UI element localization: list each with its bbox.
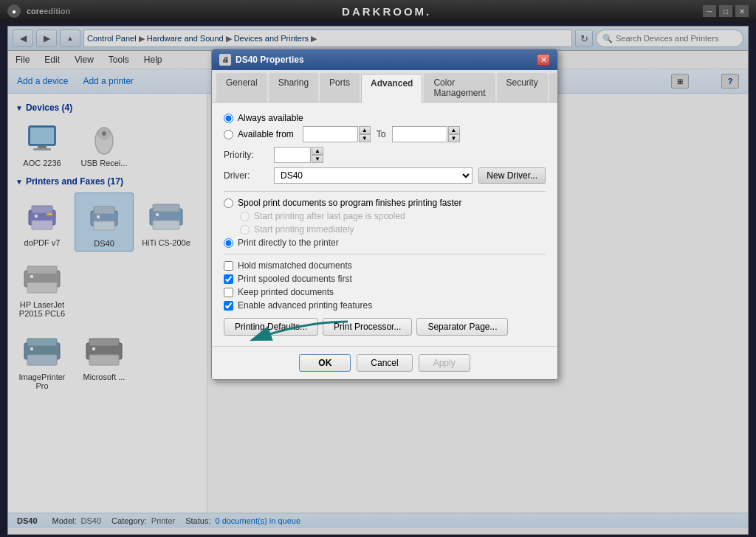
- dialog-overlay: 🖨 DS40 Properties ✕ General Sharing Port…: [8, 27, 748, 534]
- app-name-left: core: [27, 7, 44, 15]
- print-processor-button[interactable]: Print Processor...: [323, 318, 412, 336]
- to-label: To: [377, 129, 386, 139]
- tab-advanced[interactable]: Advanced: [361, 74, 422, 103]
- ok-button[interactable]: OK: [299, 354, 351, 372]
- dialog-title-icon: 🖨: [219, 54, 231, 66]
- after-last-label: Start printing after last page is spoole…: [254, 211, 405, 221]
- printing-defaults-button[interactable]: Printing Defaults...: [224, 318, 318, 336]
- immediately-radio[interactable]: [240, 225, 250, 235]
- after-last-row: Start printing after last page is spoole…: [240, 211, 546, 221]
- new-driver-button[interactable]: New Driver...: [478, 167, 546, 184]
- enable-advanced-checkbox[interactable]: [224, 301, 233, 311]
- app-title: DARKROOM.: [70, 5, 703, 18]
- tab-security[interactable]: Security: [497, 73, 548, 102]
- print-spooled-checkbox[interactable]: [224, 274, 233, 284]
- availability-group: Always available Available from 12:00 AM…: [224, 113, 546, 142]
- dialog-titlebar: 🖨 DS40 Properties ✕: [212, 49, 557, 70]
- enable-advanced-label: Enable advanced printing features: [238, 300, 372, 311]
- titlebar-controls: ─ □ ✕: [703, 5, 749, 17]
- close-button[interactable]: ✕: [735, 5, 749, 17]
- priority-down[interactable]: ▼: [312, 155, 323, 163]
- time-to-spinner: ▲ ▼: [448, 126, 460, 142]
- dialog-close-button[interactable]: ✕: [537, 54, 550, 66]
- time-from-input[interactable]: 12:00 AM: [303, 126, 358, 142]
- apply-button[interactable]: Apply: [419, 354, 470, 372]
- priority-spinner: ▲ ▼: [312, 147, 323, 163]
- driver-row: Driver: DS40 New Driver...: [224, 167, 546, 184]
- time-to-down[interactable]: ▼: [448, 134, 460, 142]
- dialog-content: Always available Available from 12:00 AM…: [212, 103, 557, 346]
- time-from-spinner: ▲ ▼: [359, 126, 371, 142]
- tab-ports[interactable]: Ports: [320, 73, 360, 102]
- keep-printed-label: Keep printed documents: [238, 287, 334, 297]
- dialog-footer: OK Cancel Apply: [212, 346, 557, 379]
- priority-row: Priority: 1 ▲ ▼: [224, 147, 546, 163]
- spool-radio[interactable]: [224, 198, 233, 208]
- hold-mismatched-checkbox[interactable]: [224, 261, 233, 271]
- spool-radio-row: Spool print documents so program finishe…: [224, 198, 546, 208]
- maximize-button[interactable]: □: [719, 5, 732, 17]
- always-available-row: Always available: [224, 113, 546, 123]
- dialog-title-text: DS40 Properties: [236, 55, 537, 65]
- hold-mismatched-label: Hold mismatched documents: [238, 260, 352, 271]
- immediately-label: Start printing immediately: [254, 224, 354, 235]
- keep-printed-row: Keep printed documents: [224, 287, 546, 297]
- tab-device-settings[interactable]: Device Settings: [549, 73, 558, 102]
- minimize-button[interactable]: ─: [703, 5, 716, 17]
- print-spooled-row: Print spooled documents first: [224, 274, 546, 284]
- after-last-radio[interactable]: [240, 212, 250, 221]
- spool-label: Spool print documents so program finishe…: [238, 198, 462, 208]
- tab-sharing[interactable]: Sharing: [269, 73, 318, 102]
- enable-advanced-row: Enable advanced printing features: [224, 300, 546, 311]
- direct-print-label: Print directly to the printer: [238, 238, 339, 248]
- app-logo: ●: [7, 4, 21, 18]
- priority-input[interactable]: 1: [274, 147, 311, 163]
- print-spooled-label: Print spooled documents first: [238, 274, 352, 284]
- cancel-button[interactable]: Cancel: [357, 354, 412, 372]
- always-available-label: Always available: [238, 113, 303, 123]
- spooling-section: Spool print documents so program finishe…: [224, 198, 546, 248]
- immediately-row: Start printing immediately: [240, 224, 546, 235]
- priority-up[interactable]: ▲: [312, 147, 323, 155]
- hold-mismatched-row: Hold mismatched documents: [224, 260, 546, 271]
- time-from-down[interactable]: ▼: [359, 134, 371, 142]
- divider-1: [224, 191, 546, 192]
- ds40-properties-dialog: 🖨 DS40 Properties ✕ General Sharing Port…: [211, 49, 558, 380]
- app-titlebar: ● core edition DARKROOM. ─ □ ✕: [0, 0, 756, 22]
- time-to-up[interactable]: ▲: [448, 126, 460, 134]
- always-available-radio[interactable]: [224, 114, 233, 123]
- driver-select[interactable]: DS40: [274, 167, 472, 184]
- app-name-right: edition: [44, 7, 70, 15]
- separator-page-button[interactable]: Separator Page...: [416, 318, 508, 336]
- action-buttons-row: Printing Defaults... Print Processor... …: [224, 318, 546, 336]
- available-from-label: Available from: [238, 129, 294, 139]
- divider-2: [224, 254, 546, 254]
- keep-printed-checkbox[interactable]: [224, 288, 233, 297]
- time-from-group: 12:00 AM ▲ ▼ To 12:00 AM ▲: [303, 126, 460, 142]
- available-from-row: Available from 12:00 AM ▲ ▼ To: [224, 126, 546, 142]
- time-from-up[interactable]: ▲: [359, 126, 371, 134]
- driver-label: Driver:: [224, 170, 268, 181]
- dialog-tabs: General Sharing Ports Advanced Color Man…: [212, 70, 557, 103]
- direct-print-row: Print directly to the printer: [224, 238, 546, 248]
- available-from-radio[interactable]: [224, 130, 233, 139]
- tab-color-management[interactable]: Color Management: [424, 73, 495, 102]
- direct-print-radio[interactable]: [224, 238, 233, 248]
- main-window: ◀ ▶ ▲ Control Panel ▶ Hardware and Sound…: [7, 26, 749, 535]
- priority-label: Priority:: [224, 150, 268, 160]
- tab-general[interactable]: General: [216, 73, 267, 102]
- time-to-input[interactable]: 12:00 AM: [392, 126, 447, 142]
